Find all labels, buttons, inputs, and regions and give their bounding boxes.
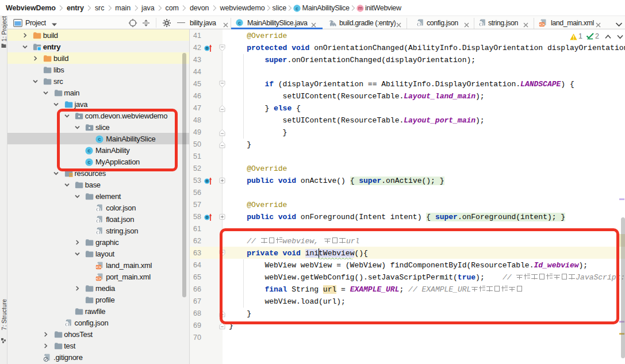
svg-text:<>: <> — [539, 22, 545, 27]
svg-text:c: c — [238, 20, 241, 26]
svg-text:<>: <> — [96, 276, 102, 281]
svg-text:m: m — [358, 5, 362, 11]
svg-text:c: c — [296, 5, 298, 11]
svg-text:<>: <> — [96, 265, 102, 269]
